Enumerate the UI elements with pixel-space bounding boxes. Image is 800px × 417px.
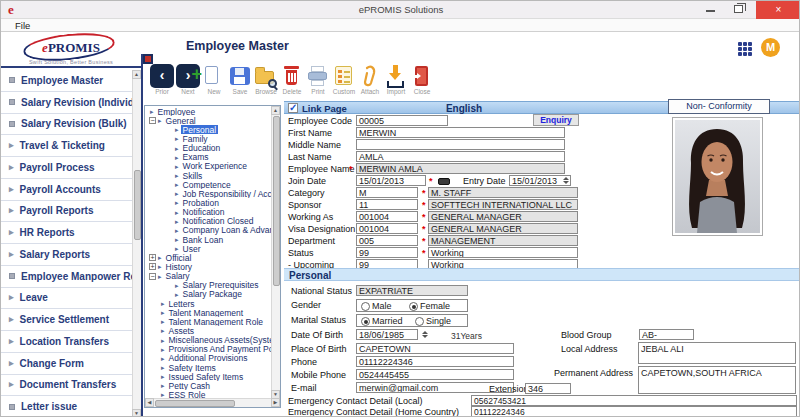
join-date-input[interactable]: 15/01/2013: [356, 175, 426, 186]
place-of-birth-input[interactable]: CAPETOWN: [356, 343, 514, 354]
scroll-up-icon[interactable]: [271, 106, 280, 115]
tree-item[interactable]: ▸Letters: [146, 299, 272, 308]
tree-item[interactable]: ▸Talent Management: [146, 308, 272, 317]
tree-item[interactable]: −▸General: [146, 116, 272, 125]
last-name-input[interactable]: AMLA: [356, 151, 565, 162]
tree-item[interactable]: ▸Skills: [146, 171, 272, 180]
tree-item[interactable]: ▸Bank Loan: [146, 235, 272, 244]
tree-item[interactable]: ▸Family: [146, 134, 272, 143]
date-spinner[interactable]: [561, 176, 570, 185]
blood-group-input[interactable]: AB-: [639, 329, 694, 340]
sidebar-item[interactable]: ▸Location Transfers: [1, 331, 132, 353]
sidebar-item[interactable]: ▸Payroll Process: [1, 157, 132, 179]
visa-designation-code-input[interactable]: 001004: [356, 223, 418, 234]
tree-item[interactable]: ▸Miscellaneous Assets(Syste: [146, 336, 272, 345]
prior-button[interactable]: Prior: [149, 64, 175, 98]
department-code-input[interactable]: 005: [356, 235, 418, 246]
radio-icon[interactable]: [361, 302, 370, 311]
expand-icon[interactable]: +: [149, 263, 156, 270]
collapse-icon[interactable]: −: [149, 117, 156, 124]
tree-item[interactable]: ▸Talent Management Role: [146, 317, 272, 326]
tree-item[interactable]: ▸Work Experience: [146, 162, 272, 171]
tree-item[interactable]: −▸Salary: [146, 272, 272, 281]
tree-item[interactable]: ▸Education: [146, 144, 272, 153]
tree-item[interactable]: ▸Probation: [146, 198, 272, 207]
scrollbar-thumb[interactable]: [155, 400, 235, 407]
gender-female-option[interactable]: Female: [409, 301, 450, 311]
tree-item[interactable]: ▸Additional Provisions: [146, 354, 272, 363]
tree-item[interactable]: ▸Issued Safety Items: [146, 372, 272, 381]
extension-input[interactable]: 346: [525, 383, 571, 394]
tree-item[interactable]: ▸Exams: [146, 153, 272, 162]
save-button[interactable]: Save: [227, 64, 253, 98]
attach-button[interactable]: Attach: [357, 64, 383, 98]
tree-item[interactable]: ▸Salary Prerequisites: [146, 281, 272, 290]
menu-item-file[interactable]: File: [15, 20, 30, 31]
sponsor-desc-input[interactable]: SOFTTECH INTERNATIONAL LLC: [428, 199, 578, 210]
emergency-contact-home-input[interactable]: 01112224346: [471, 406, 797, 417]
sidebar-scrollbar[interactable]: [132, 70, 141, 417]
middle-name-input[interactable]: [356, 139, 565, 150]
sidebar-item[interactable]: Letter issue: [1, 396, 132, 417]
browse-button[interactable]: Browse: [253, 64, 279, 98]
scroll-down-icon[interactable]: [132, 409, 141, 417]
expand-icon[interactable]: +: [149, 254, 156, 261]
emergency-contact-local-input[interactable]: 05627453421: [471, 395, 797, 406]
tree-vertical-scrollbar[interactable]: [271, 106, 280, 399]
tree-horizontal-scrollbar[interactable]: [145, 398, 280, 407]
mobile-phone-input[interactable]: 0524445455: [356, 369, 514, 380]
user-avatar[interactable]: M: [761, 38, 780, 57]
sidebar-item[interactable]: ▸Travel & Ticketing: [1, 135, 132, 157]
date-spinner[interactable]: [420, 330, 429, 339]
tree-item[interactable]: +▸History: [146, 262, 272, 271]
employee-name-input[interactable]: MERWIN AMLA: [356, 163, 565, 174]
tree-item[interactable]: ▸Competence: [146, 180, 272, 189]
tree-item[interactable]: ▸Job Responsibility / Acco: [146, 189, 272, 198]
scrollbar-thumb[interactable]: [273, 116, 280, 286]
radio-icon[interactable]: [409, 302, 418, 311]
new-button[interactable]: New: [201, 64, 227, 98]
scroll-left-icon[interactable]: [145, 398, 154, 407]
tree-item[interactable]: ▸Petty Cash: [146, 381, 272, 390]
tree-item[interactable]: ▸Notification Closed: [146, 217, 272, 226]
marital-single-option[interactable]: Single: [415, 316, 451, 326]
print-button[interactable]: Print: [305, 64, 331, 98]
first-name-input[interactable]: MERWIN: [356, 127, 565, 138]
tree-item[interactable]: ▸Notification: [146, 208, 272, 217]
scroll-up-icon[interactable]: [132, 70, 141, 79]
category-code-input[interactable]: M: [356, 187, 418, 198]
sidebar-item[interactable]: ▸HR Reports: [1, 222, 132, 244]
sidebar-item[interactable]: ▸Payroll Accounts: [1, 179, 132, 201]
employee-code-input[interactable]: 00005: [356, 115, 448, 126]
apps-grid-icon[interactable]: [738, 42, 752, 56]
delete-button[interactable]: Delete: [279, 64, 305, 98]
calendar-button-icon[interactable]: [438, 178, 450, 185]
sidebar-item[interactable]: ▸Change Form: [1, 353, 132, 375]
tree-item[interactable]: +▸Official: [146, 253, 272, 262]
tree-item[interactable]: ▸Company Loan & Advan: [146, 226, 272, 235]
marital-married-option[interactable]: Married: [361, 316, 403, 326]
phone-input[interactable]: 01112224346: [356, 356, 514, 367]
sidebar-item[interactable]: ▸Leave: [1, 288, 132, 310]
tree-item[interactable]: ▸Assets: [146, 326, 272, 335]
radio-icon[interactable]: [361, 317, 370, 326]
import-button[interactable]: Import: [383, 64, 409, 98]
non-conformity-button[interactable]: Non- Conformity: [668, 99, 770, 114]
sidebar-item[interactable]: Salary Revision (Individual): [1, 92, 132, 114]
working-as-code-input[interactable]: 001004: [356, 211, 418, 222]
sidebar-item[interactable]: ▸Service Settlement: [1, 309, 132, 331]
minimize-icon[interactable]: [706, 10, 715, 12]
sidebar-item[interactable]: ▸Salary Reports: [1, 244, 132, 266]
tree-item[interactable]: ▸Employee: [146, 107, 272, 116]
status-code-input[interactable]: 99: [356, 247, 418, 258]
sidebar-item[interactable]: Employee Manpower Report: [1, 266, 132, 288]
close-form-button[interactable]: Close: [409, 64, 435, 98]
collapse-panel-button[interactable]: [143, 54, 153, 64]
date-of-birth-input[interactable]: 18/06/1985: [356, 329, 418, 340]
gender-male-option[interactable]: Male: [361, 301, 392, 311]
sponsor-code-input[interactable]: 11: [356, 199, 418, 210]
tree-item[interactable]: ▸User: [146, 244, 272, 253]
national-status-input[interactable]: EXPATRIATE: [356, 285, 468, 296]
tree-item[interactable]: ▸Provisions And Payment Po: [146, 345, 272, 354]
scrollbar-thumb[interactable]: [134, 170, 141, 240]
